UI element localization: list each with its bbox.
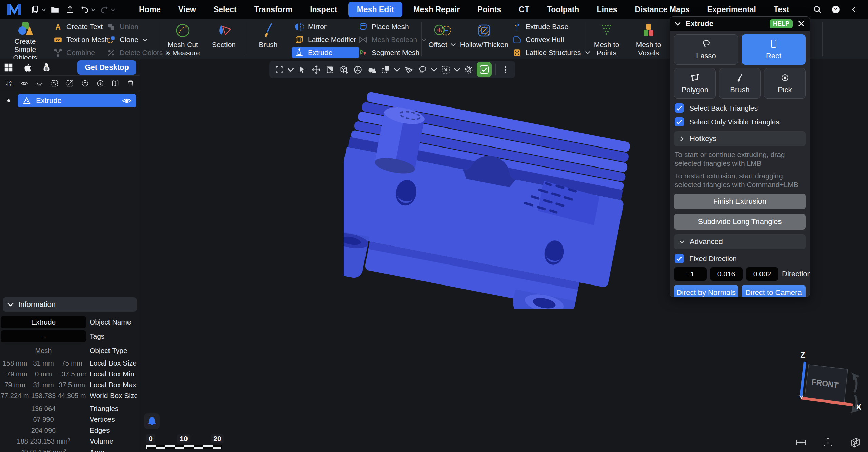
subdivide-long-triangles-button[interactable]: Subdivide Long Triangles [674, 214, 806, 230]
mirror-button[interactable]: Mirror [292, 21, 359, 33]
direction-y-field[interactable] [710, 267, 743, 281]
sort-icon[interactable]: A Z [5, 79, 13, 88]
tab-ct[interactable]: CT [510, 0, 538, 19]
lattice-structures-button[interactable]: Lattice Structures [509, 47, 594, 58]
finish-extrusion-button[interactable]: Finish Extrusion [674, 194, 806, 209]
section-button[interactable]: Section [206, 21, 241, 57]
open-folder-icon[interactable] [50, 4, 60, 15]
place-mesh-button[interactable]: Place Mesh [355, 21, 430, 33]
plane-cut-icon[interactable] [403, 64, 414, 75]
tags-field[interactable] [1, 330, 86, 342]
collapse-panel-icon[interactable] [849, 4, 859, 15]
hide-all-icon[interactable] [36, 79, 43, 88]
offset-button[interactable]: Offset [425, 21, 459, 57]
tab-transform[interactable]: Transform [245, 0, 301, 19]
select-back-checkbox[interactable] [675, 103, 684, 113]
direction-z-field[interactable] [746, 267, 778, 281]
viewport-model[interactable] [344, 92, 663, 309]
direction-x-field[interactable] [674, 267, 707, 281]
chevron-down-icon[interactable] [91, 6, 96, 13]
segment-mesh-button[interactable]: Segment Mesh [355, 47, 430, 58]
show-all-icon[interactable] [21, 79, 28, 88]
linux-icon[interactable] [41, 62, 52, 73]
lattice-modifier-button[interactable]: Lattice Modifier [292, 34, 359, 45]
delete-icon[interactable] [127, 79, 134, 88]
navigation-gizmo[interactable]: FRONT Z X [783, 352, 865, 423]
mesh-cut-measure-button[interactable]: Mesh Cut& Measure [162, 21, 203, 57]
orbit-icon[interactable] [352, 64, 363, 75]
select-all-icon[interactable] [51, 79, 58, 88]
mode-lasso-button[interactable]: Lasso [674, 34, 738, 65]
chevron-down-icon[interactable] [454, 64, 460, 75]
mode-polygon-button[interactable]: Polygon [674, 68, 716, 99]
upload-icon[interactable] [65, 4, 75, 15]
clear-selection-icon[interactable] [463, 64, 474, 75]
text-on-mesh-button[interactable]: cc Text on Mesh [50, 34, 112, 45]
get-desktop-button[interactable]: Get Desktop [77, 60, 136, 75]
add-primitive-icon[interactable] [338, 64, 350, 75]
tab-lines[interactable]: Lines [588, 0, 626, 19]
mode-rect-button[interactable]: Rect [742, 34, 806, 65]
chevron-down-icon[interactable] [287, 64, 294, 75]
extrude-panel-header[interactable]: Extrude HELP [670, 17, 810, 31]
tab-mesh-repair[interactable]: Mesh Repair [405, 0, 469, 19]
chevron-down-icon[interactable] [394, 64, 400, 75]
chevron-down-icon[interactable] [431, 64, 437, 75]
tab-view[interactable]: View [170, 0, 205, 19]
mesh-to-voxels-button[interactable]: Mesh to Voxels [628, 21, 669, 57]
help-badge[interactable]: HELP [770, 19, 793, 28]
mode-pick-button[interactable]: Pick [764, 68, 806, 99]
undo-icon[interactable] [80, 4, 90, 15]
notifications-button[interactable] [144, 413, 160, 429]
create-simple-objects-button[interactable]: Create SimpleObjects [3, 21, 47, 57]
tab-home[interactable]: Home [130, 0, 170, 19]
primitives-icon[interactable] [366, 64, 377, 75]
gizmo-rotate-up-arrow[interactable] [854, 375, 859, 392]
apply-selection-button[interactable] [477, 62, 492, 77]
clone-button[interactable]: Clone [103, 34, 166, 45]
chevron-down-icon[interactable] [41, 6, 46, 13]
hotkeys-expander[interactable]: Hotkeys [674, 131, 806, 146]
create-text-button[interactable]: A Create Text [50, 21, 112, 33]
search-icon[interactable] [812, 4, 823, 15]
apple-icon[interactable] [22, 62, 33, 73]
mesh-to-points-button[interactable]: Mesh to Points [587, 21, 627, 57]
advanced-expander[interactable]: Advanced [674, 234, 806, 249]
new-document-icon[interactable] [30, 4, 40, 15]
lasso-select-icon[interactable] [417, 64, 428, 75]
more-options-icon[interactable] [499, 64, 511, 75]
move-up-icon[interactable] [81, 79, 89, 88]
help-icon[interactable]: ? [831, 4, 841, 15]
deselect-all-icon[interactable] [66, 79, 74, 88]
brush-button[interactable]: Brush [250, 21, 287, 57]
deselect-icon[interactable] [440, 64, 451, 75]
extrude-base-button[interactable]: Extrude Base [509, 21, 594, 33]
fixed-direction-checkbox[interactable] [675, 254, 684, 263]
scale-indicator-icon[interactable] [795, 437, 806, 448]
shading-icon[interactable] [324, 64, 336, 75]
tab-points[interactable]: Points [469, 0, 510, 19]
duplicate-icon[interactable] [380, 64, 391, 75]
tab-inspect[interactable]: Inspect [301, 0, 346, 19]
select-cursor-icon[interactable] [296, 64, 308, 75]
direct-to-camera-button[interactable]: Direct to Camera [742, 285, 806, 297]
move-down-icon[interactable] [97, 79, 104, 88]
mode-brush-button[interactable]: Brush [719, 68, 761, 99]
gizmo-z-axis[interactable] [801, 362, 805, 397]
information-section-header[interactable]: Information [3, 297, 137, 312]
tab-select[interactable]: Select [205, 0, 245, 19]
convex-hull-button[interactable]: Convex Hull [509, 34, 594, 45]
extrude-button[interactable]: Extrude [292, 47, 359, 58]
tab-mesh-edit[interactable]: Mesh Edit [348, 2, 403, 17]
object-name-field[interactable] [1, 316, 86, 328]
windows-icon[interactable] [3, 62, 14, 73]
hollow-thicken-button[interactable]: Hollow/Thicken [462, 21, 507, 57]
move-icon[interactable] [310, 64, 322, 75]
rename-icon[interactable] [112, 79, 119, 88]
projection-cube-icon[interactable] [850, 437, 861, 448]
fit-view-icon[interactable] [273, 64, 285, 75]
tab-toolpath[interactable]: Toolpath [538, 0, 588, 19]
select-visible-checkbox[interactable] [675, 117, 684, 126]
tree-item-extrude[interactable]: Extrude [18, 94, 136, 107]
visibility-eye-icon[interactable] [122, 96, 132, 105]
